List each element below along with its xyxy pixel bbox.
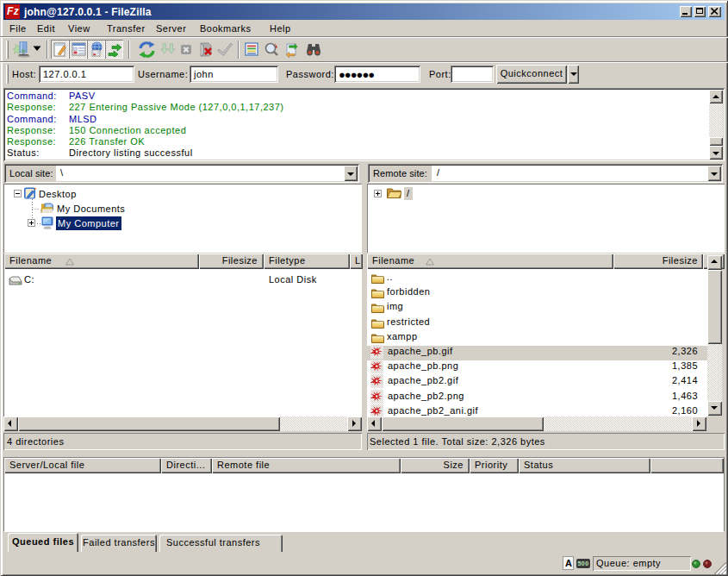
svg-text:Fz: Fz [7, 5, 19, 17]
